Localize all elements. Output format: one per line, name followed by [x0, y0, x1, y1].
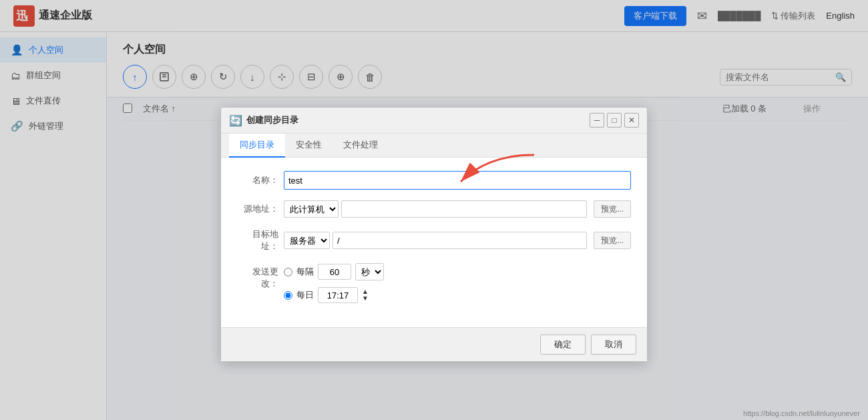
interval-unit-select[interactable]: 秒 [355, 263, 384, 280]
interval-label: 每隔 [296, 266, 314, 278]
dialog-body: 名称： 源地址： 此计算机 预览... 目标地址： [221, 158, 647, 327]
daily-label: 每日 [296, 289, 314, 301]
send-change-container: 发送更改： 每隔 秒 [237, 263, 384, 303]
interval-value-input[interactable] [318, 264, 351, 280]
tab-security[interactable]: 安全性 [285, 134, 333, 158]
dialog-titlebar: 🔄 创建同步目录 ─ □ ✕ [221, 108, 647, 134]
source-browse-button[interactable]: 预览... [594, 200, 631, 218]
dialog-overlay: 🔄 创建同步目录 ─ □ ✕ 同步目录 安全性 文件处理 名称： 源 [0, 0, 868, 420]
dialog-close-button[interactable]: ✕ [624, 113, 639, 128]
tab-file-process[interactable]: 文件处理 [333, 134, 389, 158]
dialog-tabs: 同步目录 安全性 文件处理 [221, 134, 647, 158]
source-type-select[interactable]: 此计算机 [284, 200, 339, 218]
interval-radio[interactable] [284, 268, 292, 276]
send-interval-row: 每隔 秒 [284, 263, 384, 280]
target-path-input[interactable] [333, 232, 587, 249]
name-input[interactable] [284, 171, 631, 190]
dialog-title-text: 创建同步目录 [246, 114, 298, 126]
dialog-app-icon: 🔄 [229, 114, 242, 127]
name-row: 名称： [237, 171, 631, 190]
time-stepper[interactable]: ▲ ▼ [362, 288, 369, 302]
daily-radio[interactable] [284, 291, 292, 300]
dialog-title-left: 🔄 创建同步目录 [229, 114, 298, 127]
confirm-button[interactable]: 确定 [540, 335, 586, 355]
dialog-footer: 确定 取消 [221, 327, 647, 361]
dialog-minimize-button[interactable]: ─ [590, 113, 604, 128]
name-label: 名称： [237, 174, 284, 186]
source-path-input[interactable] [341, 200, 587, 218]
send-change-section: 发送更改： 每隔 秒 [237, 263, 631, 303]
source-addr-group: 此计算机 预览... [284, 200, 631, 218]
target-row: 目标地址： 服务器 预览... [237, 228, 631, 252]
daily-time-input[interactable] [318, 287, 358, 303]
create-sync-dialog: 🔄 创建同步目录 ─ □ ✕ 同步目录 安全性 文件处理 名称： 源 [220, 107, 648, 362]
send-change-label: 发送更改： [237, 263, 284, 290]
source-label: 源地址： [237, 203, 284, 215]
cancel-button[interactable]: 取消 [591, 335, 636, 355]
send-change-options: 每隔 秒 每日 ▲ [284, 263, 384, 303]
target-browse-button[interactable]: 预览... [594, 232, 631, 249]
time-down-icon[interactable]: ▼ [362, 295, 369, 302]
tab-sync-dir[interactable]: 同步目录 [229, 134, 285, 158]
target-addr-group: 服务器 预览... [284, 232, 631, 249]
dialog-maximize-button[interactable]: □ [607, 113, 622, 128]
source-row: 源地址： 此计算机 预览... [237, 200, 631, 218]
send-daily-row: 每日 ▲ ▼ [284, 287, 384, 303]
target-label: 目标地址： [237, 228, 284, 252]
dialog-window-controls: ─ □ ✕ [590, 113, 639, 128]
target-type-select[interactable]: 服务器 [284, 232, 330, 249]
